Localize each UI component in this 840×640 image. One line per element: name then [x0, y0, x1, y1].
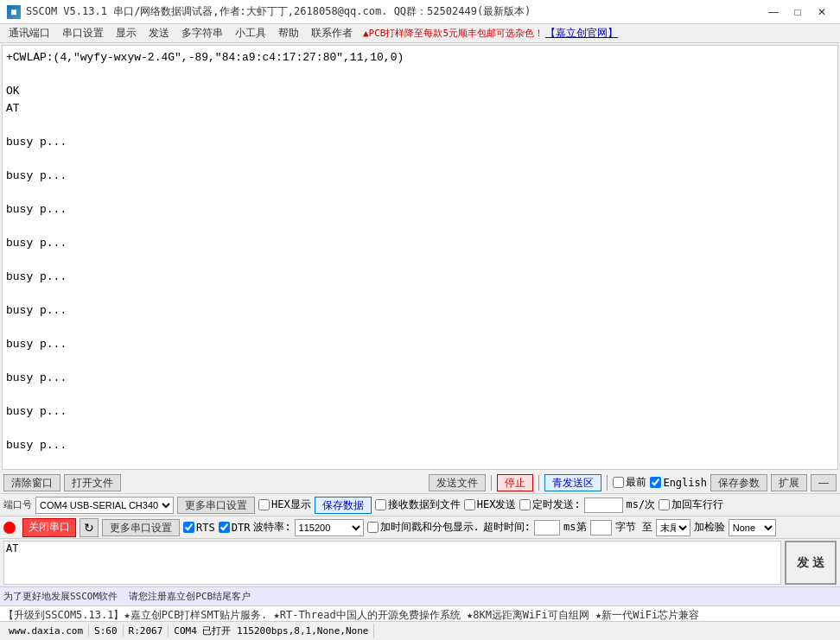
port-status: COM4 已打开 115200bps,8,1,None,None: [169, 624, 374, 638]
app-icon: ■: [7, 5, 21, 19]
timestamp-label[interactable]: 加时间戳和分包显示.: [367, 520, 480, 535]
close-button[interactable]: ✕: [811, 3, 833, 21]
send-file-button[interactable]: 发送文件: [429, 474, 486, 491]
title-bar: ■ SSCOM V5.13.1 串口/网络数据调试器,作者:大虾丁丁,26180…: [0, 0, 840, 24]
last-label: 最前: [626, 475, 646, 490]
interval-input[interactable]: 1000: [584, 497, 623, 513]
refresh-button[interactable]: ↻: [80, 518, 99, 537]
timeout-label: 超时时间:: [483, 520, 531, 535]
baud-select[interactable]: 115200 9600 19200 38400 57600: [295, 519, 364, 536]
port-info-row: 为了更好地发展SSCOM软件 请您注册嘉立创PCB结尾客户: [0, 586, 840, 605]
enter-send-checkbox[interactable]: [659, 499, 670, 510]
recv-file-label[interactable]: 接收数据到文件: [375, 497, 461, 512]
timeout-unit: ms第: [563, 520, 586, 535]
interval-unit: ms/次: [627, 497, 656, 512]
timed-send-text: 定时发送:: [532, 497, 580, 512]
more-serial-button[interactable]: 更多串口设置: [102, 519, 180, 536]
hex-display-text: HEX显示: [271, 497, 311, 512]
enter-send-text: 加回车行行: [671, 497, 723, 512]
save-params-button[interactable]: 保存参数: [710, 474, 767, 491]
english-checkbox-label[interactable]: English: [650, 477, 707, 489]
enter-send-label[interactable]: 加回车行行: [659, 497, 723, 512]
minus-button[interactable]: —: [811, 474, 837, 491]
send-area-button[interactable]: 青发送区: [544, 474, 601, 491]
open-file-button[interactable]: 打开文件: [64, 474, 121, 491]
port-label: 端口号: [3, 498, 32, 511]
rts-dtr-row: 关闭串口 ↻ 更多串口设置 RTS DTR 波特率: 115200 9600 1…: [0, 516, 840, 539]
rts-checkbox[interactable]: [183, 522, 194, 533]
window-controls: — □ ✕: [762, 3, 833, 21]
port-select[interactable]: COM4 USB-SERIAL CH340: [35, 497, 174, 514]
timestamp-checkbox[interactable]: [367, 522, 379, 533]
timed-send-checkbox[interactable]: [519, 499, 531, 510]
checksum-label: 加检验: [694, 520, 725, 535]
menu-ad: ▲PCB打样降至每款5元顺丰包邮可选杂色！: [363, 27, 544, 40]
menu-help[interactable]: 帮助: [273, 24, 304, 42]
dtr-label[interactable]: DTR: [219, 522, 251, 534]
menu-display[interactable]: 显示: [111, 24, 142, 42]
rts-text: RTS: [196, 522, 215, 534]
menu-tools[interactable]: 小工具: [230, 24, 271, 42]
toolbar-row1: 清除窗口 打开文件 发送文件 停止 青发送区 最前 English 保存参数 扩…: [0, 472, 840, 494]
input-row: AT 发 送: [0, 539, 840, 586]
byte-end-select[interactable]: 末尾: [656, 519, 690, 536]
hex-send-text: HEX发送: [477, 497, 517, 512]
promo-text: 为了更好地发展SSCOM软件 请您注册嘉立创PCB结尾客户: [3, 590, 251, 603]
send-input[interactable]: AT: [3, 541, 781, 585]
menu-comport[interactable]: 通讯端口: [3, 24, 55, 42]
clear-window-button[interactable]: 清除窗口: [3, 474, 60, 491]
timeout-input[interactable]: 20: [534, 520, 560, 535]
maximize-button[interactable]: □: [786, 3, 809, 21]
send-button[interactable]: 发 送: [785, 541, 837, 585]
r-count-status: R:2067: [124, 624, 169, 637]
dtr-text: DTR: [232, 522, 251, 534]
close-port-button[interactable]: 关闭串口: [22, 518, 76, 537]
recv-file-text: 接收数据到文件: [388, 497, 461, 512]
expand-button[interactable]: 扩展: [771, 474, 807, 491]
recv-file-checkbox[interactable]: [375, 499, 386, 510]
input-left: AT: [3, 541, 781, 585]
app-title: SSCOM V5.13.1 串口/网络数据调试器,作者:大虾丁丁,2618058…: [26, 4, 762, 19]
menu-send[interactable]: 发送: [143, 24, 175, 42]
hex-display-label[interactable]: HEX显示: [258, 497, 311, 512]
stop-button[interactable]: 停止: [497, 474, 533, 491]
terminal-output: +CWLAP:(4,"wyfy-wxyw-2.4G",-89,"84:a9:c4…: [2, 45, 838, 470]
status-bar: www.daxia.com S:60 R:2067 COM4 已打开 11520…: [0, 621, 840, 640]
dtr-checkbox[interactable]: [219, 522, 230, 533]
save-data-button[interactable]: 保存数据: [315, 497, 372, 514]
menu-serial-settings[interactable]: 串口设置: [57, 24, 109, 42]
minimize-button[interactable]: —: [762, 3, 785, 21]
checksum-select[interactable]: None CRC16 CRC8 XOR: [729, 519, 776, 536]
hex-send-label[interactable]: HEX发送: [464, 497, 517, 512]
menu-ad-link[interactable]: 【嘉立创官网】: [545, 26, 618, 41]
rec-indicator: [3, 522, 16, 534]
port-settings-row: 端口号 COM4 USB-SERIAL CH340 更多串口设置 HEX显示 保…: [0, 494, 840, 516]
bottom-controls: 清除窗口 打开文件 发送文件 停止 青发送区 最前 English 保存参数 扩…: [0, 472, 840, 624]
toolbar-sep3: [607, 475, 608, 491]
english-label: English: [663, 477, 707, 489]
timed-send-label[interactable]: 定时发送:: [519, 497, 580, 512]
last-checkbox-label[interactable]: 最前: [613, 475, 646, 490]
byte-start-input[interactable]: 1: [590, 520, 612, 535]
toolbar-sep2: [538, 475, 539, 491]
byte-unit: 字节 至: [615, 520, 652, 535]
rts-label[interactable]: RTS: [183, 522, 215, 534]
menu-contact[interactable]: 联系作者: [306, 24, 358, 42]
english-checkbox[interactable]: [650, 477, 661, 488]
last-checkbox[interactable]: [613, 477, 624, 488]
website-status: www.daxia.com: [3, 624, 89, 637]
hex-display-checkbox[interactable]: [258, 499, 270, 510]
s-count-status: S:60: [89, 624, 124, 637]
toolbar-sep1: [491, 475, 492, 491]
menu-bar: 通讯端口 串口设置 显示 发送 多字符串 小工具 帮助 联系作者 ▲PCB打样降…: [0, 24, 840, 43]
menu-multistring[interactable]: 多字符串: [176, 24, 228, 42]
hex-send-checkbox[interactable]: [464, 499, 475, 510]
timestamp-text: 加时间戳和分包显示.: [380, 520, 480, 535]
more-settings-button[interactable]: 更多串口设置: [177, 497, 255, 514]
baud-label: 波特率:: [253, 520, 290, 535]
